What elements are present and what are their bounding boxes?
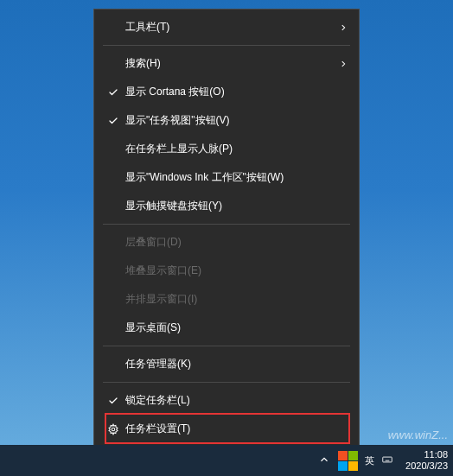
menu-item-label: 显示 Cortana 按钮(O)	[122, 85, 336, 99]
taskbar-context-menu: 工具栏(T)搜索(H)显示 Cortana 按钮(O)显示"任务视图"按钮(V)…	[93, 9, 360, 447]
checkmark-icon	[105, 396, 122, 406]
menu-item[interactable]: 任务栏设置(T)	[94, 415, 359, 443]
menu-item-label: 任务管理器(K)	[122, 357, 336, 371]
menu-item-label: 工具栏(T)	[122, 20, 336, 35]
clock-area[interactable]: 11:08 2020/3/23	[405, 449, 448, 472]
gear-icon	[105, 423, 122, 435]
system-tray: 英 11:08 2020/3/23	[318, 449, 448, 472]
menu-item-label: 在任务栏上显示人脉(P)	[122, 142, 336, 156]
checkmark-icon	[105, 116, 122, 126]
menu-item[interactable]: 显示"任务视图"按钮(V)	[94, 106, 359, 135]
menu-item[interactable]: 显示"Windows Ink 工作区"按钮(W)	[94, 163, 359, 192]
menu-item[interactable]: 在任务栏上显示人脉(P)	[94, 135, 359, 163]
menu-item-label: 显示"任务视图"按钮(V)	[122, 113, 336, 128]
menu-separator	[103, 382, 350, 383]
menu-item-label: 显示桌面(S)	[122, 321, 336, 335]
menu-item[interactable]: 显示触摸键盘按钮(Y)	[94, 192, 359, 220]
menu-separator	[103, 224, 350, 225]
menu-item-label: 层叠窗口(D)	[122, 235, 336, 250]
menu-item: 堆叠显示窗口(E)	[94, 257, 359, 285]
menu-item[interactable]: 显示 Cortana 按钮(O)	[94, 78, 359, 106]
menu-item-label: 显示"Windows Ink 工作区"按钮(W)	[122, 170, 336, 185]
menu-item[interactable]: 显示桌面(S)	[94, 314, 359, 342]
menu-item: 并排显示窗口(I)	[94, 285, 359, 314]
menu-item-label: 显示触摸键盘按钮(Y)	[122, 199, 336, 213]
menu-item-label: 锁定任务栏(L)	[122, 393, 336, 408]
menu-item-label: 并排显示窗口(I)	[122, 292, 336, 307]
ime-indicator[interactable]: 英	[365, 454, 374, 467]
menu-item[interactable]: 搜索(H)	[94, 49, 359, 78]
windows-flag-icon[interactable]	[337, 450, 358, 471]
chevron-right-icon	[336, 23, 350, 32]
checkmark-icon	[105, 87, 122, 98]
tray-chevron-icon[interactable]	[318, 454, 330, 467]
menu-item[interactable]: 锁定任务栏(L)	[94, 386, 359, 415]
menu-separator	[103, 45, 350, 46]
menu-item-label: 堆叠显示窗口(E)	[122, 263, 336, 278]
menu-separator	[103, 346, 350, 346]
menu-item-label: 搜索(H)	[122, 56, 336, 71]
chevron-right-icon	[336, 60, 350, 68]
clock-time: 11:08	[424, 449, 448, 460]
clock-date: 2020/3/23	[405, 460, 448, 472]
taskbar: 英 11:08 2020/3/23	[0, 445, 453, 476]
keyboard-icon[interactable]	[381, 454, 393, 467]
menu-item[interactable]: 工具栏(T)	[94, 13, 359, 41]
menu-item[interactable]: 任务管理器(K)	[94, 350, 359, 378]
watermark-text: www.winZ...	[388, 428, 448, 441]
svg-point-0	[112, 428, 115, 431]
svg-rect-1	[383, 457, 392, 462]
menu-item: 层叠窗口(D)	[94, 228, 359, 257]
menu-item-label: 任务栏设置(T)	[122, 422, 336, 436]
